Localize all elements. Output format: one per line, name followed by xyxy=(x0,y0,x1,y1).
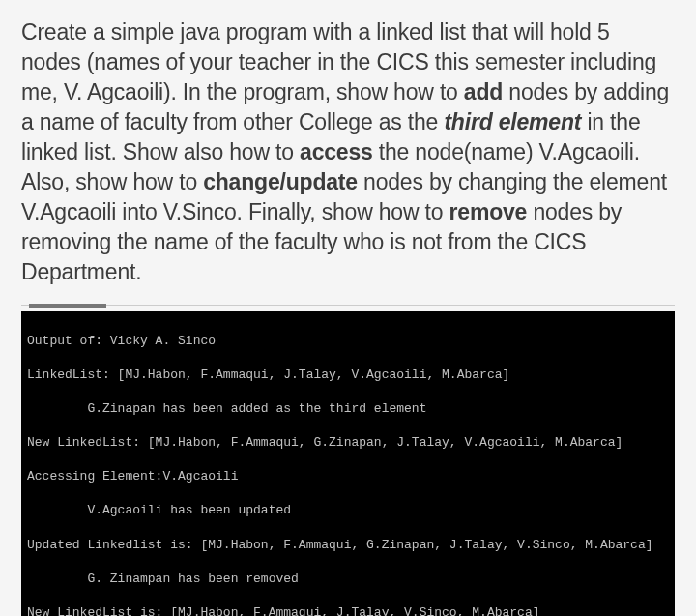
console-output: Output of: Vicky A. Sinco LinkedList: [M… xyxy=(21,311,675,616)
console-line: Accessing Element:V.Agcaoili xyxy=(27,468,669,485)
console-line: New LinkedList is: [MJ.Habon, F.Ammaqui,… xyxy=(27,604,669,616)
bold-change-update: change/update xyxy=(203,169,358,194)
console-line: Updated Linkedlist is: [MJ.Habon, F.Amma… xyxy=(27,537,669,554)
console-line: G.Zinapan has been added as the third el… xyxy=(27,400,669,418)
console-line: G. Zinampan has been removed xyxy=(27,571,669,588)
console-line: LinkedList: [MJ.Habon, F.Ammaqui, J.Tala… xyxy=(27,367,669,384)
bold-access: access xyxy=(300,139,373,164)
bold-add: add xyxy=(464,79,503,104)
console-line: V.Agcaoili has been updated xyxy=(27,502,669,519)
problem-statement: Create a simple java program with a link… xyxy=(21,17,675,287)
console-container: Output of: Vicky A. Sinco LinkedList: [M… xyxy=(21,305,675,616)
tab-stub xyxy=(29,304,106,308)
console-line: Output of: Vicky A. Sinco xyxy=(27,333,669,350)
bold-remove: remove xyxy=(450,199,528,224)
bolditalic-third-element: third element xyxy=(444,109,581,134)
console-line: New LinkedList: [MJ.Habon, F.Ammaqui, G.… xyxy=(27,434,669,452)
